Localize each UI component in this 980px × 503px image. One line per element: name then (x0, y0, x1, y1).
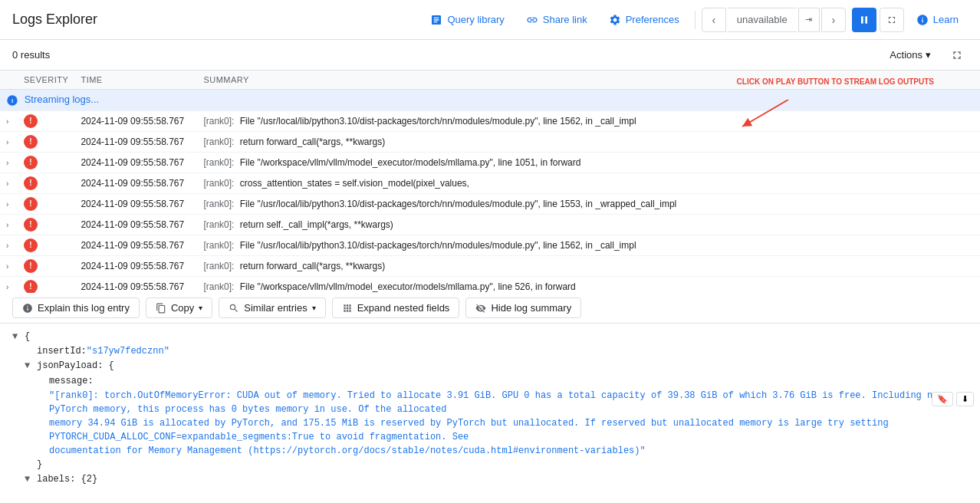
copy-dropdown-arrow: ▾ (199, 304, 202, 312)
streaming-row[interactable]: i Streaming logs... (0, 90, 980, 111)
summary-cell: [rank0]: cross_attention_states = self.v… (197, 173, 980, 193)
table-row[interactable]: › ! 2024-11-09 09:55:58.767 [rank0]: ret… (0, 255, 980, 276)
time-cell: 2024-11-09 09:55:58.767 (74, 255, 197, 276)
stream-play-button[interactable] (852, 8, 876, 32)
severity-badge: ! (24, 238, 38, 252)
table-row[interactable]: › ! 2024-11-09 09:55:58.767 [rank0]: Fil… (0, 110, 980, 131)
severity-badge: ! (24, 218, 38, 232)
summary-cell: [rank0]: File "/workspace/vllm/vllm/mode… (197, 276, 980, 293)
expand-arrow[interactable]: › (6, 242, 8, 250)
query-library-button[interactable]: Query library (421, 9, 513, 31)
explain-log-button[interactable]: Explain this log entry (12, 298, 140, 318)
json-line: ▼ jsonPayload: { (12, 359, 968, 373)
json-line: } (12, 458, 968, 472)
actions-arrow: ▾ (926, 49, 931, 61)
app-header: Logs Explorer Query library Share link P… (0, 0, 980, 40)
action-bar: Explain this log entry Copy ▾ Similar en… (0, 293, 980, 324)
share-link-button[interactable]: Share link (517, 9, 597, 31)
header-divider (695, 11, 696, 29)
similar-entries-button[interactable]: Similar entries ▾ (219, 298, 325, 318)
col-time: TIME (74, 71, 197, 90)
table-row[interactable]: › ! 2024-11-09 09:55:58.767 [rank0]: Fil… (0, 152, 980, 173)
severity-badge: ! (24, 280, 38, 293)
nav-controls: ‹ ⇥ › (702, 8, 846, 32)
severity-badge: ! (24, 259, 38, 273)
summary-cell: [rank0]: File "/workspace/vllm/vllm/mode… (197, 152, 980, 173)
expand-arrow[interactable]: › (6, 138, 8, 146)
expand-arrow[interactable]: › (6, 200, 8, 209)
time-cell: 2024-11-09 09:55:58.767 (74, 193, 197, 214)
nav-position-input[interactable] (728, 8, 797, 32)
expand-panel-button[interactable] (880, 8, 904, 32)
expand-arrow[interactable]: › (6, 283, 8, 291)
time-cell: 2024-11-09 09:55:58.767 (74, 173, 197, 193)
toolbar-right: Actions ▾ (880, 44, 968, 66)
learn-icon (916, 14, 929, 26)
hide-log-summary-button[interactable]: Hide log summary (465, 298, 581, 318)
time-cell: 2024-11-09 09:55:58.767 (74, 276, 197, 293)
table-row[interactable]: › ! 2024-11-09 09:55:58.767 [rank0]: Fil… (0, 235, 980, 255)
expand-nested-button[interactable]: Expand nested fields (332, 298, 460, 318)
json-line: message: (12, 374, 968, 389)
col-severity: SEVERITY (18, 71, 74, 90)
severity-badge: ! (24, 156, 38, 169)
app-title: Logs Explorer (12, 12, 97, 28)
nav-prev-button[interactable]: ‹ (702, 8, 726, 32)
result-count: 0 results (12, 49, 50, 61)
severity-cell: ! (18, 110, 74, 131)
fullscreen-icon (951, 49, 963, 61)
query-library-icon (430, 14, 442, 26)
col-summary: SUMMARY (197, 71, 980, 90)
preferences-button[interactable]: Preferences (600, 9, 689, 31)
fullscreen-button[interactable] (946, 44, 968, 66)
json-line: insertId: "s17yw7fedcznn" (12, 344, 968, 359)
log-scroll-area[interactable]: SEVERITY TIME SUMMARY i Streaming logs..… (0, 71, 980, 293)
json-collapse-root[interactable]: ▼ (12, 330, 25, 344)
expand-cell[interactable]: › (0, 110, 18, 131)
json-expand-labels[interactable]: ▼ (25, 472, 37, 485)
summary-cell: [rank0]: return forward_call(*args, **kw… (197, 131, 980, 152)
expand-icon (886, 15, 897, 25)
table-row[interactable]: › ! 2024-11-09 09:55:58.767 [rank0]: cro… (0, 173, 980, 193)
info-icon: i (6, 94, 18, 107)
nav-jump-button[interactable]: ⇥ (798, 8, 820, 32)
severity-badge: ! (24, 176, 38, 190)
explain-icon (22, 303, 33, 314)
table-row[interactable]: › ! 2024-11-09 09:55:58.767 [rank0]: ret… (0, 214, 980, 235)
log-table-section: CLICK ON PLAY BUTTON TO STREAM LOG OUTPU… (0, 71, 980, 293)
json-line: ▼ { (12, 330, 968, 344)
hide-icon (475, 303, 486, 314)
learn-button[interactable]: Learn (907, 9, 968, 31)
severity-badge: ! (24, 135, 38, 149)
actions-button[interactable]: Actions ▾ (880, 44, 940, 65)
gear-icon (609, 14, 621, 26)
table-row[interactable]: › ! 2024-11-09 09:55:58.767 [rank0]: Fil… (0, 193, 980, 214)
expand-arrow[interactable]: › (6, 179, 8, 188)
expand-arrow[interactable]: › (6, 117, 8, 126)
nav-next-button[interactable]: › (821, 8, 846, 32)
copy-button[interactable]: Copy ▾ (146, 298, 212, 318)
play-icon (858, 14, 870, 26)
time-cell: 2024-11-09 09:55:58.767 (74, 214, 197, 235)
json-expand-payload[interactable]: ▼ (25, 359, 37, 373)
header-actions: Query library Share link Preferences ‹ ⇥… (421, 8, 968, 32)
time-cell: 2024-11-09 09:55:58.767 (74, 235, 197, 255)
summary-cell: [rank0]: File "/usr/local/lib/python3.10… (197, 193, 980, 214)
col-expand (0, 71, 18, 90)
log-table: SEVERITY TIME SUMMARY i Streaming logs..… (0, 71, 980, 293)
json-line: ▼ labels: {2} (12, 472, 968, 485)
expand-arrow[interactable]: › (6, 221, 8, 229)
table-row[interactable]: › ! 2024-11-09 09:55:58.767 [rank0]: ret… (0, 131, 980, 152)
summary-cell: [rank0]: return forward_call(*args, **kw… (197, 255, 980, 276)
table-header-row: SEVERITY TIME SUMMARY (0, 71, 980, 90)
json-message-value: "[rank0]: torch.OutOfMemoryError: CUDA o… (12, 389, 968, 458)
results-toolbar: 0 results Actions ▾ (0, 40, 980, 71)
share-link-icon (526, 14, 538, 26)
expand-arrow[interactable]: › (6, 159, 8, 167)
table-row[interactable]: › ! 2024-11-09 09:55:58.767 [rank0]: Fil… (0, 276, 980, 293)
expand-arrow[interactable]: › (6, 262, 8, 271)
time-cell: 2024-11-09 09:55:58.767 (74, 110, 197, 131)
svg-text:i: i (12, 97, 13, 104)
copy-icon (156, 303, 166, 314)
streaming-label[interactable]: i Streaming logs... (6, 94, 99, 105)
